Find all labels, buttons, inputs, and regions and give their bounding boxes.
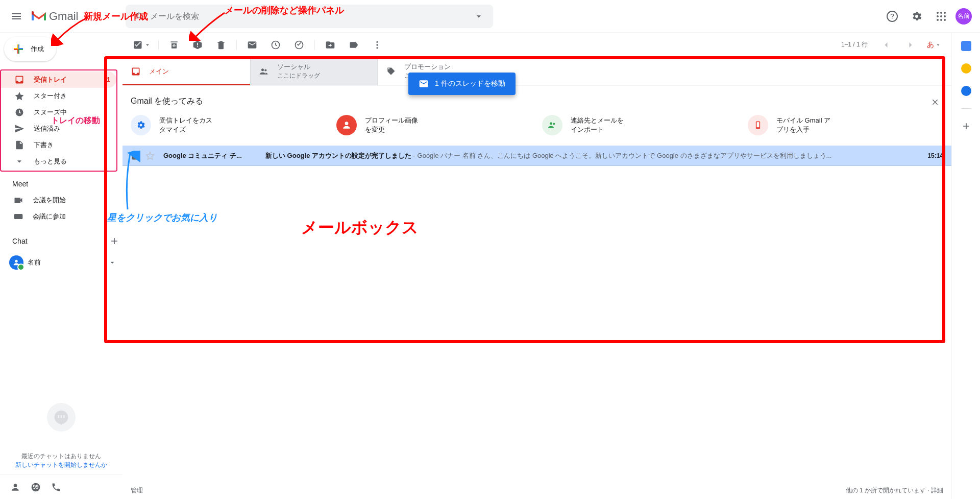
meet-section-title: Meet: [0, 172, 122, 192]
people-icon: [259, 66, 269, 77]
plus-icon: [12, 43, 24, 55]
footer-manage[interactable]: 管理: [131, 486, 143, 495]
keep-icon[interactable]: [961, 63, 971, 74]
nav-starred[interactable]: スター付き: [1, 88, 116, 104]
tab-primary[interactable]: メイン: [122, 57, 250, 85]
search-bar[interactable]: [126, 5, 493, 28]
meet-item-label: 会議を開始: [33, 196, 66, 205]
drag-badge-text: 1 件のスレッドを移動: [435, 79, 505, 88]
mail-sender: Google コミュニティ チ...: [159, 151, 261, 160]
svg-point-5: [937, 15, 939, 17]
more-icon[interactable]: [367, 35, 387, 55]
select-all-checkbox[interactable]: [131, 40, 153, 50]
calendar-icon[interactable]: [961, 41, 971, 51]
send-icon: [14, 124, 24, 134]
nav-sent[interactable]: 送信済み: [1, 121, 116, 137]
svg-text:99: 99: [33, 484, 39, 490]
gs-card-mobile[interactable]: モバイル Gmail アプリを入手: [748, 115, 943, 135]
svg-point-25: [345, 122, 349, 125]
inbox-icon: [131, 66, 141, 77]
archive-icon[interactable]: [164, 35, 184, 55]
svg-point-14: [14, 484, 17, 487]
mail-time: 15:14: [921, 152, 943, 159]
search-options-icon[interactable]: [469, 6, 489, 27]
getting-started-panel: Gmail を使ってみる 受信トレイをカスタマイズ プロフィール画像を変更 連絡…: [122, 86, 951, 146]
close-icon[interactable]: [929, 96, 941, 108]
apps-icon[interactable]: [931, 6, 951, 27]
meet-item-label: 会議に参加: [33, 212, 66, 221]
nav-label: スター付き: [34, 91, 67, 101]
mail-checkbox[interactable]: [131, 151, 141, 161]
chat-section-title: Chat: [0, 225, 122, 253]
meet-start[interactable]: 会議を開始: [0, 192, 122, 208]
nav-more[interactable]: もっと見る: [1, 153, 116, 170]
svg-point-6: [940, 15, 942, 17]
nav-drafts[interactable]: 下書き: [1, 137, 116, 153]
prev-page-icon[interactable]: [876, 35, 896, 55]
svg-point-22: [376, 47, 378, 49]
category-tabs: メイン ソーシャル ここにドラッグ プロモーション ここにドラッグ: [122, 57, 951, 86]
support-icon[interactable]: ?: [882, 6, 902, 27]
delete-icon[interactable]: [211, 35, 231, 55]
svg-point-9: [940, 19, 942, 21]
snooze-icon[interactable]: [265, 35, 286, 55]
spam-icon[interactable]: [187, 35, 208, 55]
gmail-logo-text: Gmail: [49, 10, 78, 23]
account-avatar[interactable]: 名前: [955, 8, 972, 25]
mail-icon: [419, 79, 429, 89]
tab-social[interactable]: ソーシャル ここにドラッグ: [250, 57, 378, 85]
star-icon[interactable]: [145, 151, 155, 161]
nav-inbox[interactable]: 受信トレイ 1: [1, 72, 116, 88]
star-icon: [14, 91, 24, 101]
contacts-icon: [542, 115, 562, 135]
input-method-indicator[interactable]: あ: [925, 40, 943, 50]
svg-rect-29: [757, 122, 760, 127]
sidebar-nav: 受信トレイ 1 スター付き スヌーズ中 送信済み 下書き もっと見る: [0, 69, 117, 172]
gs-card-profile[interactable]: プロフィール画像を変更: [336, 115, 532, 135]
gmail-m-icon: [31, 10, 47, 22]
next-page-icon[interactable]: [900, 35, 921, 55]
addons-plus-icon[interactable]: [961, 121, 971, 131]
no-chats-text: 最近のチャットはありません: [5, 452, 117, 461]
tab-label: メイン: [149, 67, 169, 76]
chevron-down-icon[interactable]: [108, 258, 116, 267]
gs-card-customize[interactable]: 受信トレイをカスタマイズ: [131, 115, 326, 135]
mail-row[interactable]: Google コミュニティ チ... 新しい Google アカウントの設定が完…: [122, 146, 951, 166]
chat-user-row[interactable]: 名前: [0, 253, 122, 272]
svg-point-20: [376, 41, 378, 42]
add-task-icon[interactable]: [289, 35, 309, 55]
tasks-icon[interactable]: [961, 86, 971, 96]
chat-user-name: 名前: [28, 258, 104, 267]
mail-subject: 新しい Google アカウントの設定が完了しました - Google バナー …: [265, 151, 917, 160]
svg-point-13: [15, 260, 17, 263]
svg-point-27: [553, 123, 555, 125]
compose-button[interactable]: 作成: [4, 37, 56, 61]
sidebar-bottom: 最近のチャットはありません 新しいチャットを開始しませんか: [0, 398, 122, 474]
phone-icon[interactable]: [51, 482, 61, 492]
chevron-down-icon: [14, 156, 24, 167]
move-to-icon[interactable]: [320, 35, 340, 55]
labels-icon[interactable]: [344, 35, 364, 55]
nav-snoozed[interactable]: スヌーズ中: [1, 104, 116, 121]
footer-activity[interactable]: 他の 1 か所で開かれています · 詳細: [846, 486, 943, 495]
new-chat-link[interactable]: 新しいチャットを開始しませんか: [5, 461, 117, 469]
search-icon[interactable]: [130, 6, 150, 27]
main-footer: 管理 他の 1 か所で開かれています · 詳細: [122, 482, 951, 499]
gs-card-import[interactable]: 連絡先とメールをインポート: [542, 115, 738, 135]
settings-icon[interactable]: [906, 6, 927, 27]
meet-join[interactable]: 会議に参加: [0, 208, 122, 225]
nav-label: スヌーズ中: [34, 108, 67, 117]
search-input[interactable]: [150, 12, 469, 21]
nav-label: 送信済み: [34, 124, 60, 133]
svg-point-7: [944, 15, 946, 17]
menu-icon[interactable]: [4, 4, 29, 29]
hangouts-small-icon[interactable]: 99: [31, 482, 41, 492]
person-icon: [336, 115, 357, 135]
mark-unread-icon[interactable]: [242, 35, 262, 55]
gear-icon: [131, 115, 151, 135]
chat-new-icon[interactable]: [106, 233, 122, 249]
chat-avatar: [9, 255, 23, 270]
tab-sublabel: ここにドラッグ: [277, 72, 320, 80]
svg-point-24: [264, 69, 266, 71]
person-icon[interactable]: [10, 482, 20, 492]
